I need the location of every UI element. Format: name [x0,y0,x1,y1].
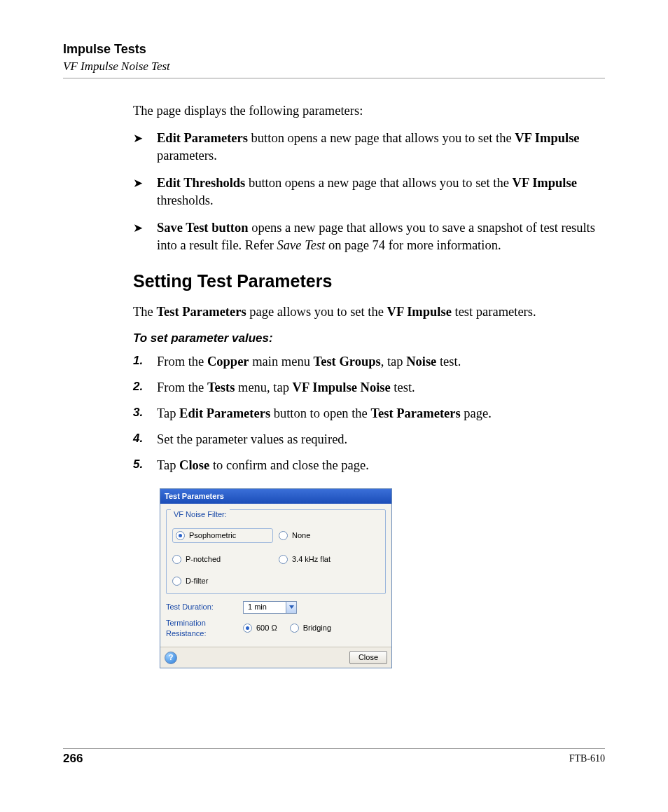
termination-option-label: 600 Ω [256,623,277,633]
step-3: Tap Edit Parameters button to open the T… [133,405,605,422]
bullet-edit-parameters: Edit Parameters button opens a new page … [133,130,605,165]
document-id: FTB-610 [569,753,605,764]
bullet-edit-thresholds: Edit Thresholds button opens a new page … [133,174,605,209]
test-parameters-dialog: Test Parameters VF Noise Filter: Psophom… [160,488,392,668]
bullet-save-test: Save Test button opens a new page that a… [133,219,605,254]
task-lead: To set parameter values: [133,331,605,347]
filter-label: Psophometric [189,530,236,541]
filter-label: D-filter [186,576,208,586]
header-rule [63,78,605,78]
radio-icon [172,577,181,586]
filter-label: 3.4 kHz flat [292,554,330,565]
termination-option-label: Bridging [303,623,331,633]
step-1: From the Copper main menu Test Groups, t… [133,353,605,371]
chevron-down-icon[interactable] [286,602,296,613]
section-title: VF Impulse Noise Test [63,60,605,74]
step-4: Set the parameter values as required. [133,431,605,448]
filter-none[interactable]: None [279,528,380,543]
duration-select[interactable]: 1 min [243,601,297,614]
filter-34khz-flat[interactable]: 3.4 kHz flat [279,554,380,565]
filter-d-filter[interactable]: D-filter [172,576,273,586]
filter-label: None [292,530,310,541]
chapter-title: Impulse Tests [63,42,605,57]
sub-intro: The Test Parameters page allows you to s… [133,303,605,321]
test-duration-row: Test Duration: 1 min [166,601,386,614]
termination-row: Termination Resistance: 600 Ω Bridging [166,618,386,639]
radio-icon [243,624,252,633]
radio-icon [176,531,185,540]
filter-psophometric[interactable]: Psophometric [172,528,273,543]
subheading: Setting Test Parameters [133,270,605,294]
page-footer: 266 FTB-610 [63,748,605,766]
step-list: From the Copper main menu Test Groups, t… [133,353,605,474]
termination-label: Termination Resistance: [166,618,243,639]
radio-icon [279,555,288,564]
filter-p-notched[interactable]: P-notched [172,554,273,565]
parameter-list: Edit Parameters button opens a new page … [133,130,605,254]
intro-paragraph: The page displays the following paramete… [133,102,605,120]
step-5: Tap Close to confirm and close the page. [133,457,605,474]
termination-600-ohm[interactable]: 600 Ω [243,623,277,633]
filter-label: P-notched [186,554,221,565]
vf-noise-filter-group: VF Noise Filter: Psophometric None P- [166,509,386,594]
termination-bridging[interactable]: Bridging [290,623,331,633]
radio-icon [172,555,181,564]
help-icon[interactable]: ? [165,652,177,664]
duration-label: Test Duration: [166,602,243,612]
page-number: 266 [63,752,83,766]
close-button[interactable]: Close [349,651,387,664]
dialog-title: Test Parameters [160,489,391,504]
radio-icon [279,531,288,540]
radio-icon [290,624,299,633]
duration-value: 1 min [244,602,286,613]
step-2: From the Tests menu, tap VF Impulse Nois… [133,379,605,397]
filter-legend: VF Noise Filter: [171,509,230,520]
